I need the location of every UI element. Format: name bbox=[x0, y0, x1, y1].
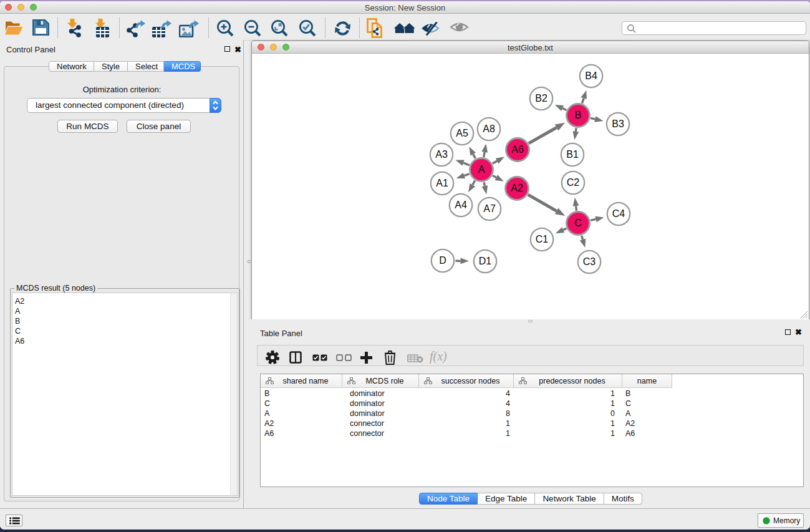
svg-text:B1: B1 bbox=[566, 149, 579, 160]
svg-text:B2: B2 bbox=[535, 93, 547, 104]
svg-text:A6: A6 bbox=[511, 144, 524, 155]
svg-text:B4: B4 bbox=[585, 70, 597, 81]
svg-text:D1: D1 bbox=[479, 256, 492, 266]
svg-text:D: D bbox=[439, 255, 446, 266]
svg-text:C3: C3 bbox=[583, 256, 596, 267]
svg-text:B3: B3 bbox=[612, 118, 624, 129]
svg-text:A2: A2 bbox=[511, 183, 523, 193]
svg-text:A1: A1 bbox=[436, 178, 448, 188]
svg-text:A3: A3 bbox=[435, 149, 448, 160]
svg-text:C: C bbox=[574, 218, 582, 228]
svg-text:C4: C4 bbox=[612, 208, 625, 219]
svg-text:C1: C1 bbox=[536, 234, 549, 244]
svg-text:A5: A5 bbox=[456, 128, 468, 138]
svg-text:A4: A4 bbox=[455, 200, 467, 210]
svg-text:A: A bbox=[478, 164, 485, 175]
svg-text:C2: C2 bbox=[567, 177, 580, 188]
svg-text:B: B bbox=[575, 110, 582, 120]
svg-text:A7: A7 bbox=[483, 203, 496, 214]
svg-text:A8: A8 bbox=[483, 123, 495, 134]
